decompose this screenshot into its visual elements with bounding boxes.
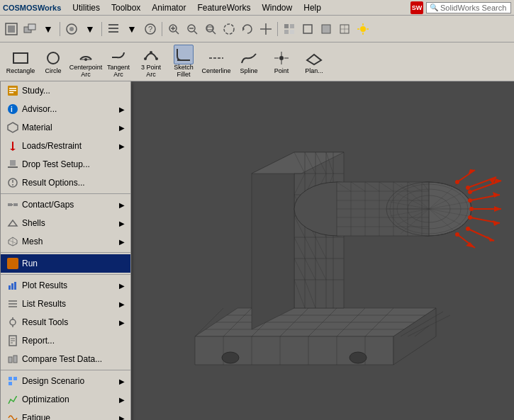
svg-rect-26	[290, 24, 294, 28]
toolbar-display-3[interactable]	[336, 21, 353, 38]
separator-3	[1, 274, 130, 275]
3point-arc-label: 3 Point Arc	[138, 64, 164, 79]
tool-point[interactable]: Point	[267, 47, 296, 76]
toolbar-zoom-in[interactable]	[165, 21, 182, 38]
separator-4	[1, 370, 130, 370]
svg-rect-91	[9, 377, 12, 380]
menu-item-run[interactable]: Run	[1, 254, 130, 273]
toolbar-rotate[interactable]	[220, 21, 238, 38]
menu-utilities[interactable]: Utilities	[67, 1, 106, 14]
main-toolbar: ▼ ▼ ▼ ?	[0, 16, 514, 42]
tool-spline[interactable]: Spline	[234, 47, 264, 76]
menu-item-contact[interactable]: Contact/Gaps ▶	[1, 195, 130, 214]
tool-tangent-arc[interactable]: Tangent Arc	[104, 43, 133, 80]
run-icon	[6, 257, 19, 270]
loads-label: Loads/Restraint	[22, 141, 119, 151]
app-brand: COSMOSWorks	[3, 4, 61, 12]
advisor-arrow: ▶	[119, 106, 125, 113]
svg-rect-92	[13, 377, 17, 380]
menu-item-material[interactable]: Material ▶	[1, 118, 130, 137]
toolbar-pan[interactable]	[257, 21, 274, 38]
toolbar-light[interactable]	[354, 21, 371, 38]
contact-icon	[6, 198, 19, 211]
menu-item-drop-test[interactable]: Drop Test Setup...	[1, 155, 130, 174]
toolbar-btn-3[interactable]	[63, 21, 80, 38]
tool-plane[interactable]: Plan...	[299, 47, 329, 76]
result-tools-arrow: ▶	[119, 319, 125, 327]
menu-item-report[interactable]: Report...	[1, 331, 130, 350]
menu-item-result-options[interactable]: Result Options...	[1, 174, 130, 192]
menu-item-study[interactable]: Study...	[1, 81, 130, 100]
tool-circle[interactable]: Circle	[38, 47, 68, 76]
menu-toolbox[interactable]: Toolbox	[106, 1, 146, 14]
fatigue-label: Fatigue	[22, 413, 119, 420]
menu-animator[interactable]: Animator	[146, 1, 191, 14]
sketch-fillet-icon	[174, 45, 194, 64]
menu-item-loads[interactable]: Loads/Restraint ▶	[1, 137, 130, 155]
list-results-label: List Results	[22, 299, 119, 309]
menu-item-plot-results[interactable]: Plot Results ▶	[1, 276, 130, 295]
toolbar-btn-4[interactable]	[105, 21, 122, 38]
svg-line-16	[194, 31, 197, 34]
svg-rect-90	[13, 356, 17, 363]
separator-2	[101, 22, 102, 36]
svg-point-40	[48, 52, 59, 64]
toolbar-display-1[interactable]	[299, 21, 316, 38]
toolbar-btn-1[interactable]	[3, 21, 20, 38]
menu-item-mesh[interactable]: Mesh ▶	[1, 232, 130, 251]
toolbar-refresh[interactable]	[239, 21, 256, 38]
toolbar-zoom-out[interactable]	[184, 21, 201, 38]
menu-item-advisor[interactable]: i Advisor... ▶	[1, 100, 130, 118]
toolbar-btn-2[interactable]	[21, 21, 38, 38]
menu-item-compare-test[interactable]: Compare Test Data...	[1, 350, 130, 368]
svg-point-226	[466, 227, 470, 231]
point-label: Point	[274, 68, 289, 75]
design-scenario-icon	[6, 375, 19, 387]
tool-rectangle[interactable]: Rectangle	[6, 47, 35, 76]
list-results-icon	[6, 297, 19, 310]
toolbar-view-normal[interactable]	[281, 21, 298, 38]
toolbar-zoom-fit[interactable]	[202, 21, 219, 38]
tool-centerline[interactable]: Centerline	[201, 47, 231, 76]
menu-item-result-tools[interactable]: Result Tools ▶	[1, 313, 130, 331]
svg-rect-70	[8, 203, 12, 206]
menu-featureworks[interactable]: FeatureWorks	[191, 1, 256, 14]
result-tools-icon	[6, 316, 19, 329]
menu-item-list-results[interactable]: List Results ▶	[1, 295, 130, 313]
svg-rect-93	[9, 382, 12, 385]
svg-rect-59	[9, 92, 13, 93]
material-arrow: ▶	[119, 124, 125, 132]
menu-item-optimization[interactable]: Optimization ▶	[1, 390, 130, 409]
tangent-arc-icon	[108, 45, 128, 64]
svg-point-227	[455, 180, 459, 184]
menu-window[interactable]: Window	[257, 1, 298, 14]
menu-bar: COSMOSWorks Utilities Toolbox Animator F…	[0, 0, 514, 16]
search-box[interactable]: 🔍 SolidWorks Search	[426, 2, 511, 13]
viewport[interactable]	[131, 81, 514, 420]
advisor-label: Advisor...	[22, 104, 119, 114]
menubar-right: SW 🔍 SolidWorks Search	[410, 1, 511, 14]
svg-point-44	[144, 57, 147, 60]
svg-rect-76	[9, 285, 11, 290]
toolbar-btn-help[interactable]: ?	[142, 21, 159, 38]
svg-point-132	[222, 352, 239, 363]
toolbar-dropdown-2[interactable]: ▼	[82, 21, 99, 38]
tool-sketch-fillet[interactable]: Sketch Fillet	[169, 43, 199, 80]
shells-icon	[6, 217, 19, 229]
menu-help[interactable]: Help	[298, 1, 327, 14]
svg-point-21	[224, 24, 234, 34]
svg-point-228	[468, 190, 472, 194]
result-options-label: Result Options...	[22, 178, 125, 188]
study-label: Study...	[22, 86, 125, 96]
svg-rect-6	[108, 24, 118, 25]
toolbar-dropdown-3[interactable]: ▼	[123, 21, 140, 38]
result-options-icon	[6, 176, 19, 189]
toolbar-display-2[interactable]	[318, 21, 335, 38]
menu-item-design-scenario[interactable]: Design Scenario ▶	[1, 372, 130, 390]
svg-rect-77	[11, 283, 13, 290]
tool-centerpoint-arc[interactable]: Centerpoint Arc	[71, 43, 101, 80]
menu-item-fatigue[interactable]: Fatigue ▶	[1, 409, 130, 420]
tool-3point-arc[interactable]: 3 Point Arc	[136, 43, 166, 80]
menu-item-shells[interactable]: Shells ▶	[1, 214, 130, 232]
toolbar-dropdown-1[interactable]: ▼	[40, 21, 57, 38]
